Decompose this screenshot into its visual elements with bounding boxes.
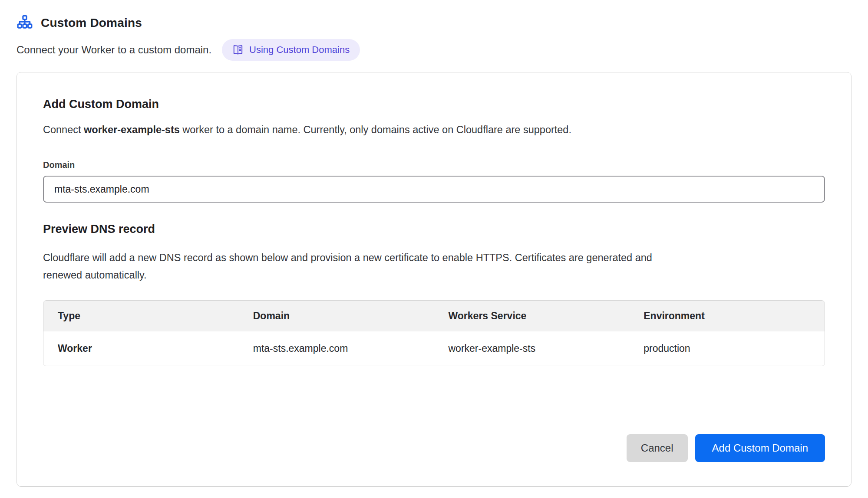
cancel-button[interactable]: Cancel: [627, 434, 688, 462]
cell-workers-service: worker-example-sts: [434, 331, 630, 366]
sitemap-icon: [17, 15, 33, 31]
card-intro: Connect worker-example-sts worker to a d…: [43, 124, 825, 136]
add-custom-domain-button[interactable]: Add Custom Domain: [695, 434, 825, 462]
book-icon: [232, 44, 244, 56]
domain-input[interactable]: [43, 176, 825, 203]
column-header-environment: Environment: [629, 301, 825, 331]
page-subtitle: Connect your Worker to a custom domain.: [17, 44, 211, 56]
table-row: Worker mta-sts.example.com worker-exampl…: [43, 331, 825, 366]
card-heading: Add Custom Domain: [43, 98, 825, 111]
add-custom-domain-card: Add Custom Domain Connect worker-example…: [17, 72, 851, 487]
cell-domain: mta-sts.example.com: [239, 331, 434, 366]
page-title: Custom Domains: [41, 16, 142, 30]
worker-name: worker-example-sts: [84, 124, 180, 135]
intro-suffix: worker to a domain name. Currently, only…: [180, 124, 571, 135]
domain-label: Domain: [43, 160, 825, 170]
table-header-row: Type Domain Workers Service Environment: [43, 301, 825, 331]
action-buttons: Cancel Add Custom Domain: [43, 434, 825, 463]
preview-dns-heading: Preview DNS record: [43, 223, 825, 236]
cell-type: Worker: [43, 331, 239, 366]
column-header-workers-service: Workers Service: [434, 301, 630, 331]
title-row: Custom Domains: [17, 15, 851, 31]
cell-environment: production: [629, 331, 825, 366]
subtitle-row: Connect your Worker to a custom domain. …: [17, 39, 851, 61]
custom-domains-page: Custom Domains Connect your Worker to a …: [0, 0, 868, 487]
docs-link-label: Using Custom Domains: [249, 45, 350, 55]
docs-link-using-custom-domains[interactable]: Using Custom Domains: [222, 39, 360, 61]
column-header-domain: Domain: [239, 301, 434, 331]
preview-dns-description: Cloudflare will add a new DNS record as …: [43, 249, 664, 284]
footer-divider: [43, 421, 825, 421]
column-header-type: Type: [43, 301, 239, 331]
dns-preview-table: Type Domain Workers Service Environment …: [43, 300, 825, 366]
intro-prefix: Connect: [43, 124, 84, 135]
page-header: Custom Domains Connect your Worker to a …: [17, 15, 851, 61]
